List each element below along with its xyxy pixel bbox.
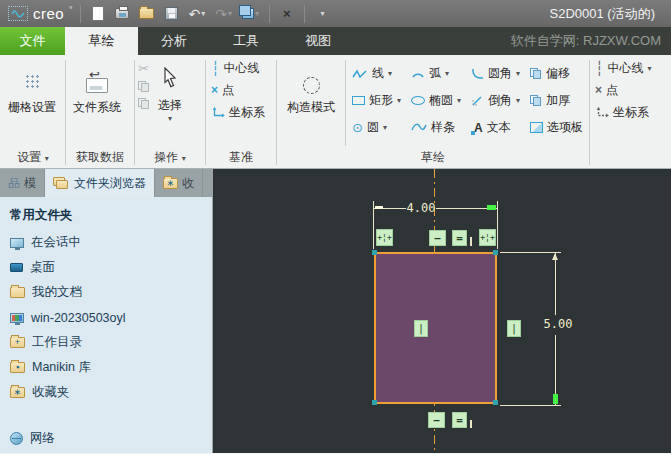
folder-item-manikin-library[interactable]: ▪Manikin 库 (0, 355, 212, 380)
close-icon: × (283, 7, 291, 20)
cut-icon[interactable]: ✂ (138, 61, 150, 76)
print-button[interactable] (113, 3, 131, 25)
constraint-equal-bottom[interactable]: = (452, 412, 467, 428)
vertex-top-right[interactable] (493, 250, 498, 255)
grid-settings-label: 栅格设置 (8, 99, 56, 116)
redo-button[interactable]: ↷▾ (213, 3, 234, 25)
close-window-button[interactable]: × (278, 3, 296, 25)
point-datum-button[interactable]: ×点 (207, 79, 238, 101)
dropdown-icon[interactable]: ▾ (383, 123, 387, 132)
computer-icon (10, 313, 24, 323)
dropdown-icon[interactable]: ▾ (647, 64, 651, 73)
sketch-rectangle[interactable] (374, 252, 497, 404)
paste-icon[interactable] (138, 98, 150, 110)
dropdown-icon[interactable]: ▾ (516, 69, 520, 78)
construction-coordsys-icon (595, 106, 609, 118)
tab-sketch[interactable]: 草绘 (65, 27, 138, 55)
tab-folder-browser[interactable]: 文件夹浏览器 (45, 169, 155, 197)
sketch-canvas[interactable]: 4.00 +¦+ — = +¦+ | | 5.00 (213, 169, 671, 453)
folder-item-in-session[interactable]: 在会话中 (0, 230, 212, 255)
folder-item-working-directory[interactable]: +工作目录 (0, 330, 212, 355)
dropdown-icon[interactable]: ▾ (445, 69, 449, 78)
constraint-horizontal-top[interactable]: — (429, 230, 446, 246)
tool-circle-button[interactable]: ⊙圆▾ (349, 114, 404, 141)
dimension-width-value[interactable]: 4.00 (405, 201, 437, 215)
vertex-bottom-right[interactable] (493, 400, 498, 405)
extension-line-right (497, 201, 498, 249)
constraint-vertical-left[interactable]: | (414, 320, 428, 337)
construction-coordsys-button[interactable]: 坐标系 (591, 101, 653, 123)
group-label-getdata: 获取数据 (67, 149, 133, 168)
construction-mode-button[interactable]: 构造模式 (278, 57, 344, 116)
dropdown-icon[interactable]: ▾ (516, 96, 520, 105)
tool-offset-button[interactable]: 偏移 (527, 60, 586, 87)
thicken-icon (530, 95, 542, 107)
ribbon-group-operations: ✂ 选择 ▾ 操作 ▾ (136, 57, 204, 168)
select-dropdown-icon[interactable]: ▾ (168, 114, 172, 123)
construction-centerline-button[interactable]: ┆中心线▾ (591, 57, 655, 79)
constraint-horizontal-bottom[interactable]: — (428, 412, 445, 428)
tab-tools[interactable]: 工具 (210, 27, 282, 55)
tool-spline-button[interactable]: 样条 (408, 114, 464, 141)
group-label-datum: 基准 (207, 149, 275, 168)
tool-fillet-button[interactable]: 圆角▾ (468, 60, 523, 87)
extension-line-bottom-right (500, 405, 561, 406)
undo-dropdown-icon[interactable]: ▾ (201, 9, 205, 18)
tab-analysis[interactable]: 分析 (138, 27, 210, 55)
folder-browser-panel: 常用文件夹 在会话中 桌面 我的文档 win-20230503oyl +工作目录… (0, 197, 212, 453)
network-icon (10, 432, 23, 445)
dropdown-icon[interactable]: ▾ (457, 96, 461, 105)
grid-settings-button[interactable]: 栅格设置 (2, 57, 62, 116)
windows-button[interactable]: ▾ (240, 3, 261, 25)
new-file-button[interactable] (89, 3, 107, 25)
tool-palette-button[interactable]: 选项板 (527, 114, 586, 141)
tool-ellipse-button[interactable]: 椭圆▾ (408, 87, 464, 114)
tab-view[interactable]: 视图 (282, 27, 354, 55)
file-system-button[interactable]: ↩ 文件系统 (67, 57, 127, 116)
save-button[interactable] (162, 3, 180, 25)
select-button[interactable]: 选择 ▾ (152, 57, 188, 123)
vertex-bottom-left[interactable] (372, 400, 377, 405)
palette-icon (530, 122, 543, 133)
redo-dropdown-icon[interactable]: ▾ (228, 9, 232, 18)
dimension-height-value[interactable]: 5.00 (541, 317, 575, 331)
tab-file[interactable]: 文件 (0, 27, 65, 55)
constraint-symmetric-right[interactable]: +¦+ (479, 229, 496, 246)
group-label-operations[interactable]: 操作 ▾ (136, 149, 204, 168)
folder-item-desktop[interactable]: 桌面 (0, 255, 212, 280)
coordsys-datum-button[interactable]: 坐标系 (207, 101, 269, 123)
dropdown-icon[interactable]: ▾ (397, 96, 401, 105)
navigator-sidebar: 品模 文件夹浏览器 ∗收 常用文件夹 在会话中 桌面 我的文档 win-2023… (0, 169, 213, 453)
tool-line-button[interactable]: 线▾ (349, 60, 404, 87)
undo-button[interactable]: ↶▾ (186, 3, 207, 25)
centerline-datum-button[interactable]: ┆中心线 (207, 57, 263, 79)
working-directory-folder-icon: + (10, 337, 25, 348)
dropdown-icon[interactable]: ▾ (388, 69, 392, 78)
constraint-equal-top[interactable]: = (452, 230, 467, 246)
toolbar-expand-button[interactable]: ▾ (313, 3, 331, 25)
tab-model-tree[interactable]: 品模 (0, 169, 45, 197)
fillet-icon (471, 68, 484, 79)
creo-application-window: creo° ↶▾ ↷▾ ▾ × ▾ S2D0001 (活动的) 文件 草绘 分析… (0, 0, 671, 454)
folder-item-favorites[interactable]: ∗收藏夹 (0, 380, 212, 405)
spline-icon (411, 123, 427, 132)
constraint-symmetric-left[interactable]: +¦+ (376, 229, 393, 246)
creo-logo: creo° (8, 5, 72, 22)
folder-item-computer[interactable]: win-20230503oyl (0, 305, 212, 330)
folder-item-my-documents[interactable]: 我的文档 (0, 280, 212, 305)
tab-favorites[interactable]: ∗收 (155, 169, 203, 197)
constraint-vertical-right[interactable]: | (507, 320, 521, 337)
construction-point-button[interactable]: ×点 (591, 79, 622, 101)
tool-thicken-button[interactable]: 加厚 (527, 87, 586, 114)
tool-arc-button[interactable]: 弧▾ (408, 60, 464, 87)
vertex-top-left[interactable] (372, 250, 377, 255)
tool-chamfer-button[interactable]: 倒角▾ (468, 87, 523, 114)
copy-icon[interactable] (138, 81, 150, 93)
group-separator (589, 60, 590, 165)
tool-text-button[interactable]: A文本 (468, 114, 523, 141)
windows-dropdown-icon[interactable]: ▾ (255, 9, 259, 18)
tool-rectangle-button[interactable]: 矩形▾ (349, 87, 404, 114)
open-button[interactable] (137, 3, 156, 25)
folder-item-network[interactable]: 网络 (0, 426, 212, 451)
group-label-settings[interactable]: 设置 ▾ (2, 149, 64, 168)
